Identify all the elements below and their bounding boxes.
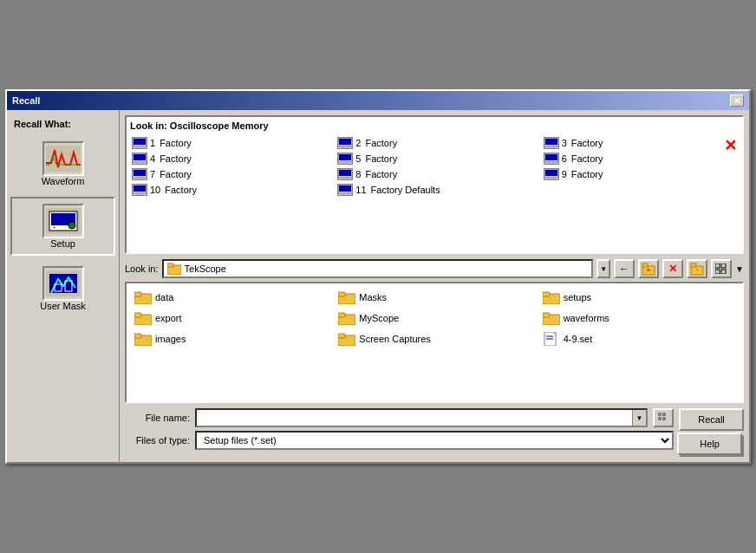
oscillo-monitor-icon (544, 137, 559, 149)
file-name-input[interactable] (197, 410, 632, 426)
oscillo-memory-section: Look in: Oscilloscope Memory 1Factory 2F… (125, 115, 744, 254)
waveform-label: Waveform (42, 176, 85, 186)
folder-item[interactable]: Masks (336, 289, 532, 306)
folder-item[interactable]: data (132, 289, 329, 306)
svg-rect-23 (339, 154, 351, 160)
folder-name: MyScope (359, 313, 399, 323)
help-button[interactable]: Help (677, 433, 742, 455)
folder-name: export (155, 313, 182, 323)
view-toggle-arrow[interactable]: ▼ (735, 264, 744, 274)
folder-name: waveforms (564, 313, 609, 323)
recall-what-label: Recall What: (10, 117, 115, 131)
up-folder-button[interactable] (638, 259, 659, 278)
oscillo-monitor-icon (337, 168, 353, 180)
folder-name: Screen Captures (359, 334, 431, 344)
svg-rect-42 (342, 193, 348, 195)
oscillo-item-num: 6 (562, 153, 567, 164)
folder-icon (338, 311, 355, 325)
svg-rect-18 (549, 146, 554, 148)
svg-rect-33 (342, 178, 348, 179)
oscillo-item-label: Factory (160, 138, 192, 148)
folder-name: images (155, 334, 186, 344)
svg-rect-44 (167, 263, 173, 267)
svg-rect-76 (662, 413, 666, 416)
svg-point-5 (68, 222, 75, 229)
folder-item[interactable]: images (132, 330, 329, 348)
view-toggle-button[interactable] (711, 259, 732, 278)
folder-item[interactable]: Screen Captures (336, 330, 532, 348)
oscillo-monitor-icon (337, 184, 353, 196)
oscillo-item-label: Factory (165, 185, 197, 195)
oscillo-item[interactable]: 8Factory (336, 167, 532, 181)
recall-dialog: Recall ✕ Recall What: Waveform (5, 89, 751, 464)
recall-item-waveform[interactable]: Waveform (10, 134, 115, 193)
svg-rect-66 (338, 334, 345, 338)
oscillo-item-label: Factory (571, 169, 603, 179)
recall-item-usermask[interactable]: User Mask (10, 259, 115, 318)
folder-dropdown-arrow[interactable]: ▼ (596, 259, 610, 278)
oscillo-item[interactable]: 10Factory (130, 183, 327, 197)
svg-rect-46 (642, 263, 648, 267)
folder-name: Masks (359, 292, 387, 303)
usermask-icon (42, 266, 84, 301)
oscillo-item[interactable]: 6Factory (542, 152, 739, 166)
oscillo-item[interactable]: 9Factory (542, 167, 739, 181)
bottom-section: File name: ▼ (125, 408, 744, 457)
file-icon (543, 332, 560, 346)
folder-item[interactable]: MyScope (336, 309, 532, 327)
oscillo-item-num: 4 (150, 153, 155, 164)
svg-text:*: * (696, 267, 699, 275)
oscillo-item-label: Factory (365, 138, 397, 148)
oscillo-item[interactable]: 5Factory (336, 152, 532, 166)
back-button[interactable]: ← (614, 259, 635, 278)
oscillo-item[interactable]: 11Factory Defaults (336, 183, 532, 197)
current-folder-name: TekScope (185, 263, 226, 274)
svg-rect-27 (549, 162, 554, 164)
file-item[interactable]: 4-9.set (540, 330, 737, 348)
oscillo-item[interactable]: 7Factory (130, 167, 327, 181)
files-of-type-row: Files of type: Setup files (*.set) (125, 431, 674, 450)
svg-rect-32 (339, 170, 351, 176)
bottom-controls-row: File name: ▼ (125, 408, 744, 457)
oscillo-item[interactable]: 3Factory (542, 136, 739, 150)
oscillo-monitor-icon (544, 168, 559, 180)
folder-item[interactable]: setups (540, 289, 737, 306)
dialog-body: Recall What: Waveform (7, 110, 749, 462)
left-panel: Recall What: Waveform (7, 110, 120, 462)
folder-name: setups (564, 292, 591, 303)
oscillo-item[interactable]: 1Factory (130, 136, 327, 150)
svg-rect-14 (339, 139, 351, 145)
svg-rect-12 (137, 146, 142, 148)
oscillo-grid: 1Factory 2Factory 3Factory 4Factory 5Fac… (130, 136, 739, 197)
svg-rect-56 (134, 292, 141, 296)
oscillo-close-button[interactable]: ✕ (724, 138, 737, 153)
new-folder-button[interactable]: * (687, 259, 707, 278)
svg-rect-54 (721, 270, 726, 274)
svg-rect-68 (543, 292, 550, 296)
title-bar-close-button[interactable]: ✕ (730, 94, 744, 107)
oscillo-item[interactable]: 4Factory (130, 152, 327, 166)
file-grid-btn[interactable] (653, 408, 674, 427)
folder-icon-small (167, 263, 181, 275)
look-in-label: Look in: (125, 263, 159, 274)
svg-rect-41 (339, 185, 351, 192)
folder-grid: data export images Masks MyScope Screen … (132, 289, 737, 348)
delete-button[interactable]: ✕ (662, 259, 683, 278)
folder-item[interactable]: waveforms (540, 309, 737, 327)
oscillo-item-label: Factory (160, 169, 192, 179)
svg-rect-62 (338, 292, 345, 296)
filetype-select[interactable]: Setup files (*.set) (197, 433, 672, 448)
right-panel: Look in: Oscilloscope Memory 1Factory 2F… (120, 110, 749, 462)
oscillo-item-label: Factory (160, 153, 192, 164)
svg-rect-36 (549, 178, 554, 179)
current-folder-display: TekScope (162, 259, 594, 278)
recall-item-setup[interactable]: + Setup (10, 197, 115, 256)
setup-icon: + (42, 204, 84, 238)
oscillo-item-num: 10 (150, 185, 160, 195)
oscillo-monitor-icon (132, 184, 147, 196)
oscillo-item[interactable]: 2Factory (336, 136, 532, 150)
folder-item[interactable]: export (132, 309, 329, 327)
recall-button[interactable]: Recall (679, 408, 744, 431)
file-name-dropdown-btn[interactable]: ▼ (632, 410, 646, 426)
file-name: 4-9.set (564, 334, 593, 344)
